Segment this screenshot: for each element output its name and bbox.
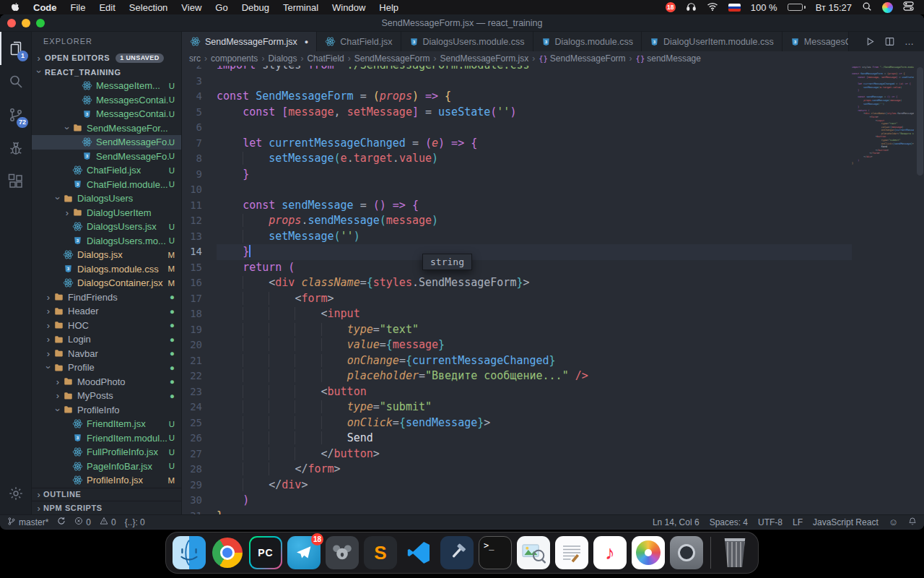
code-line-21[interactable]: 21 onChange={currentMessageChanged}: [182, 353, 852, 369]
status-bell[interactable]: [908, 517, 917, 528]
file-item-dialogsusers-mo[interactable]: 3DialogsUsers.mo...U: [32, 234, 181, 249]
menu-go[interactable]: Go: [215, 2, 227, 13]
tab-dialogsusers-module-css[interactable]: 3DialogsUsers.module.css: [401, 32, 533, 51]
status-spaces-4[interactable]: Spaces: 4: [710, 517, 748, 527]
code-line-2[interactable]: 2import styles from "./SendMessageForm.m…: [182, 66, 852, 74]
close-button[interactable]: [7, 19, 16, 27]
code-line-3[interactable]: 3: [182, 74, 852, 90]
folder-item-moodphoto[interactable]: ›MoodPhoto●: [32, 375, 181, 389]
dock-photos-icon[interactable]: [632, 536, 665, 569]
breadcrumb-sendmessageform[interactable]: SendMessageForm: [354, 53, 430, 64]
code-line-27[interactable]: 27 </button>: [182, 447, 852, 462]
file-item-messageitem[interactable]: MessageItem...U: [32, 79, 181, 93]
code-line-12[interactable]: 12 props.sendMessage(message): [182, 213, 852, 229]
code-line-15[interactable]: 15 return (: [182, 260, 852, 276]
file-item-messagescontai[interactable]: 3MessagesContai...U: [32, 107, 181, 121]
dock-chrome-icon[interactable]: [211, 536, 244, 569]
menu-debug[interactable]: Debug: [242, 2, 269, 13]
tab-chatfield-jsx[interactable]: ChatField.jsx: [317, 32, 401, 51]
titlebar[interactable]: SendMessageForm.jsx — react_training: [0, 14, 924, 32]
menu-view[interactable]: View: [181, 2, 201, 13]
file-item-frienditem-jsx[interactable]: FriendItem.jsxU: [32, 417, 181, 431]
file-item-sendmessagefo[interactable]: 3SendMessageFo...U: [32, 150, 181, 164]
code-line-22[interactable]: 22 placeholder="Введите сообщение..." />: [182, 368, 852, 384]
status-0[interactable]: {..}: 0: [125, 517, 145, 527]
more-actions-icon[interactable]: …: [905, 36, 914, 47]
siri-icon[interactable]: [882, 2, 893, 13]
code-line-4[interactable]: 4const SendMessageForm = (props) => {: [182, 89, 852, 105]
menu-code[interactable]: Code: [33, 2, 57, 13]
debug-icon[interactable]: [0, 131, 31, 165]
audio-icon[interactable]: [686, 1, 697, 14]
dock-textedit-icon[interactable]: [555, 536, 588, 569]
code-line-8[interactable]: 8 setMessage(e.target.value): [182, 151, 852, 167]
dock-trash-icon[interactable]: [718, 536, 751, 569]
menu-terminal[interactable]: Terminal: [283, 2, 318, 13]
file-item-dialogs-module-css[interactable]: 3Dialogs.module.cssM: [32, 262, 181, 277]
folder-item-hoc[interactable]: ›HOC●: [32, 319, 181, 333]
code-line-17[interactable]: 17 <form>: [182, 291, 852, 307]
tab-dialoguseritem-module-css[interactable]: 3DialogUserItem.module.css: [642, 32, 783, 51]
unsaved-dot-icon[interactable]: ●: [305, 38, 308, 46]
menu-edit[interactable]: Edit: [99, 2, 115, 13]
code-line-28[interactable]: 28 </form>: [182, 462, 852, 478]
search-icon[interactable]: [0, 65, 31, 98]
apple-logo-icon[interactable]: [10, 1, 20, 13]
folder-item-profile[interactable]: ›Profile●: [32, 361, 181, 375]
folder-item-login[interactable]: ›Login●: [32, 332, 181, 347]
folder-item-navbar[interactable]: ›Navbar●: [32, 347, 181, 361]
folder-item-dialogsusers[interactable]: ›DialogsUsers: [32, 191, 181, 206]
status-sync[interactable]: [57, 517, 66, 527]
code-line-31[interactable]: 31}: [182, 509, 852, 515]
file-item-fullprofileinfo-jsx[interactable]: FullProfileInfo.jsxU: [32, 445, 181, 460]
folder-item-header[interactable]: ›Header●: [32, 304, 181, 319]
breadcrumb-chatfield[interactable]: ChatField: [307, 53, 344, 64]
tab-dialogs-module-css[interactable]: 3Dialogs.module.css: [533, 32, 642, 51]
file-item-frienditem-modul[interactable]: 3FriendItem.modul...U: [32, 431, 181, 446]
menu-file[interactable]: File: [71, 2, 86, 13]
minimize-button[interactable]: [22, 19, 30, 27]
source-control-icon[interactable]: 72: [0, 98, 31, 131]
code-line-5[interactable]: 5 const [message, setMessage] = useState…: [182, 105, 852, 121]
file-item-chatfield-module[interactable]: 3ChatField.module...U: [32, 178, 181, 192]
menubar-clock[interactable]: Вт 15:27: [816, 2, 852, 13]
folder-item-sendmessagefor[interactable]: ›SendMessageFor...: [32, 121, 181, 136]
code-line-18[interactable]: 18 <input: [182, 306, 852, 322]
folder-item-findfriends[interactable]: ›FindFriends●: [32, 290, 181, 305]
code-line-23[interactable]: 23 <button: [182, 384, 852, 400]
breadcrumb-sendmessageform-jsx[interactable]: SendMessageForm.jsx: [440, 53, 528, 64]
code-line-24[interactable]: 24 type="submit": [182, 400, 852, 415]
status-0[interactable]: 0: [74, 517, 91, 527]
npm-scripts-section[interactable]: › NPM SCRIPTS: [32, 501, 181, 514]
tab-messagesc[interactable]: 3MessagesC: [783, 32, 849, 51]
dock-pycharm-icon[interactable]: PC: [249, 536, 282, 569]
breadcrumb-src[interactable]: src: [189, 53, 201, 64]
dock-xcode-icon[interactable]: [440, 536, 474, 569]
minimap[interactable]: import styles from "./SendMessageForm.mo…: [852, 66, 914, 192]
code-line-9[interactable]: 9 }: [182, 167, 852, 183]
breadcrumb-components[interactable]: components: [211, 53, 258, 64]
code-line-7[interactable]: 7 let currentMessageChanged = (e) => {: [182, 136, 852, 152]
code-line-25[interactable]: 25 onClick={sendMessage}>: [182, 415, 852, 431]
folder-item-profileinfo[interactable]: ›ProfileInfo: [32, 403, 181, 418]
battery-icon[interactable]: [788, 4, 806, 11]
code-line-14[interactable]: 14 }: [182, 244, 852, 260]
code-line-16[interactable]: 16 <div className={styles.SendMessageFor…: [182, 275, 852, 291]
status-ln-14-col-6[interactable]: Ln 14, Col 6: [653, 517, 699, 527]
status-lf[interactable]: LF: [793, 517, 803, 527]
file-item-sendmessagefo[interactable]: SendMessageFo...U: [32, 135, 181, 150]
status-javascript-react[interactable]: JavaScript React: [813, 517, 879, 527]
extensions-icon[interactable]: [0, 165, 31, 198]
dock-finder-icon[interactable]: [173, 536, 206, 569]
open-editors-header[interactable]: › OPEN EDITORS 1 UNSAVED: [32, 51, 181, 65]
code-line-10[interactable]: 10: [182, 182, 852, 198]
file-item-chatfield-jsx[interactable]: ChatField.jsxU: [32, 163, 181, 178]
status-smiley[interactable]: ☺: [889, 517, 898, 527]
telegram-menubar-badge[interactable]: 18: [666, 2, 676, 12]
tab-sendmessageform-jsx[interactable]: SendMessageForm.jsx●: [182, 32, 317, 51]
file-item-profileinfo-jsx[interactable]: ProfileInfo.jsxM: [32, 473, 181, 488]
dock-vscode-icon[interactable]: [402, 536, 435, 569]
split-editor-icon[interactable]: [885, 37, 894, 46]
explorer-icon[interactable]: 1: [0, 32, 31, 65]
dock-music-icon[interactable]: ♪: [593, 536, 627, 569]
